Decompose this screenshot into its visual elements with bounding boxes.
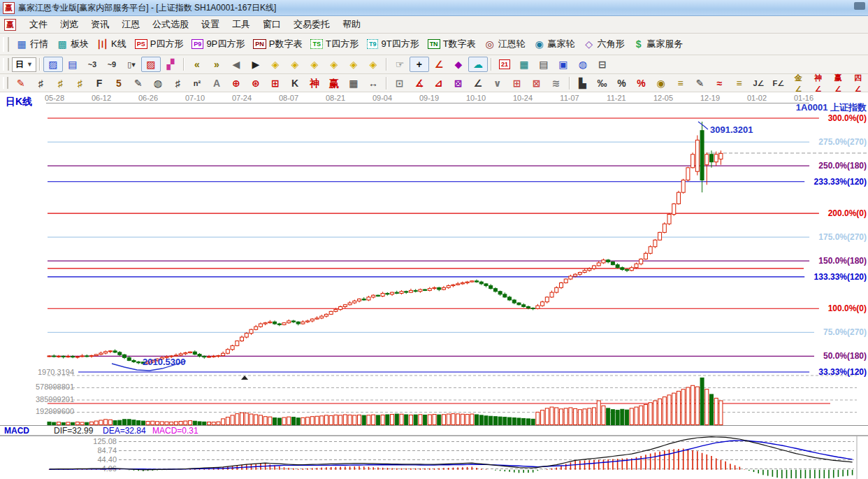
angle-lines-icon: ∠ <box>472 78 484 89</box>
winner-wheel-button[interactable]: ◉赢家轮 <box>530 36 579 52</box>
percent-icon[interactable]: % <box>612 76 632 91</box>
circle-grid-icon[interactable]: ◍ <box>148 76 168 91</box>
menu-浏览[interactable]: 浏览 <box>54 17 85 32</box>
menu-设置[interactable]: 设置 <box>195 17 226 32</box>
gold-circle-icon[interactable]: ◉ <box>651 76 671 91</box>
numbered-grid-icon[interactable]: ▦ <box>344 76 363 91</box>
f-angle-icon[interactable]: F∠ <box>769 76 789 91</box>
k-lines-tool-icon[interactable]: K <box>285 76 305 91</box>
calculator-icon[interactable]: ▦ <box>514 57 534 72</box>
menu-江恩[interactable]: 江恩 <box>115 17 146 32</box>
menu-公式选股[interactable]: 公式选股 <box>146 17 195 32</box>
candle <box>602 260 605 263</box>
wave-levels-icon[interactable]: ≈ <box>710 76 730 91</box>
volume-bar <box>578 410 581 425</box>
toolbar-grip[interactable] <box>3 58 9 71</box>
nav-prev-icon[interactable]: ◀ <box>226 57 246 72</box>
period-dropdown[interactable]: 日▼ <box>12 57 36 72</box>
zigzag-tool-icon[interactable]: ∨ <box>488 76 507 91</box>
percent-red-icon[interactable]: % <box>632 76 651 91</box>
pen-one-icon[interactable]: ✎ <box>690 76 710 91</box>
gold-grid-2-icon[interactable]: ♯ <box>70 76 89 91</box>
j-angle-icon[interactable]: J∠ <box>749 76 769 91</box>
gold-grid-1-icon[interactable]: ♯ <box>50 76 70 91</box>
menu-文件[interactable]: 文件 <box>23 17 54 32</box>
window-controls[interactable] <box>854 2 865 10</box>
box-corner-icon[interactable]: ⊡ <box>390 76 410 91</box>
n2-grid-icon[interactable]: n² <box>187 76 207 91</box>
candle-style-dropdown-icon[interactable]: ▯▾ <box>122 57 141 72</box>
menu-工具[interactable]: 工具 <box>226 17 256 32</box>
parallel-lines-icon[interactable]: ≋ <box>547 76 566 91</box>
a-lines-icon[interactable]: A <box>207 76 226 91</box>
9p-square-button[interactable]: P99P四方形 <box>187 36 249 52</box>
shen-grid-icon[interactable]: 神 <box>305 76 324 91</box>
pen-grid-icon[interactable]: ✎ <box>129 76 148 91</box>
p-square-button[interactable]: PSP四方形 <box>131 36 188 52</box>
red-web-box-icon[interactable]: ⊞ <box>266 76 285 91</box>
t-number-table-button[interactable]: TNT数字表 <box>424 36 480 52</box>
fan-box-icon[interactable]: ⊿ <box>429 76 449 91</box>
pan-right-icon[interactable]: ◈ <box>285 57 305 72</box>
red-web-icon[interactable]: ⊛ <box>246 76 266 91</box>
wave-9-icon[interactable]: ~9 <box>102 57 122 72</box>
pattern-red-icon[interactable]: ▨ <box>141 57 161 72</box>
chart-canvas[interactable]: 日K线1A0001 上证指数05-2806-1206-2607-1007-240… <box>0 92 868 479</box>
zigzag-pattern-icon[interactable]: ▨ <box>43 57 63 72</box>
wave-3-icon[interactable]: ~3 <box>82 57 102 72</box>
five-grid-icon[interactable]: 5 <box>109 76 129 91</box>
red-crosshair-circle-icon[interactable]: ⊕ <box>226 76 246 91</box>
dot-grid-2-icon[interactable]: ⊠ <box>527 76 547 91</box>
notepad-icon[interactable]: ▤ <box>534 57 554 72</box>
save-icon[interactable]: ▣ <box>554 57 573 72</box>
hand-tool-icon[interactable]: ☞ <box>390 57 410 72</box>
gold-lines-icon[interactable]: ≡ <box>671 76 690 91</box>
9t-square-button[interactable]: T99T四方形 <box>363 36 424 52</box>
menu-帮助[interactable]: 帮助 <box>336 17 367 32</box>
menu-窗口[interactable]: 窗口 <box>256 17 287 32</box>
kline-button[interactable]: 〣K线 <box>93 36 131 52</box>
dot-grid-icon[interactable]: ⊞ <box>507 76 527 91</box>
angle-lines-icon[interactable]: ∠ <box>468 76 488 91</box>
sectors-button[interactable]: ▩板块 <box>52 36 93 52</box>
percent-line-icon[interactable]: ‰ <box>593 76 612 91</box>
menu-交易委托[interactable]: 交易委托 <box>287 17 336 32</box>
formula-tool-icon[interactable]: ☁ <box>468 57 488 72</box>
p-number-table-button[interactable]: PNP数字表 <box>249 36 306 52</box>
zoom-h-shrink-icon[interactable]: ◈ <box>324 57 344 72</box>
red-fan-icon[interactable]: ∡ <box>410 76 429 91</box>
hash-grid-icon[interactable]: ♯ <box>168 76 187 91</box>
crosshair-tool-icon[interactable]: + <box>410 57 429 72</box>
menu-资讯[interactable]: 资讯 <box>85 17 115 32</box>
zoom-h-expand-icon[interactable]: ◈ <box>305 57 324 72</box>
gann-shape-tool-icon[interactable]: ◆ <box>449 57 468 72</box>
nav-next-icon[interactable]: ▶ <box>246 57 266 72</box>
winner-service-button[interactable]: $赢家服务 <box>629 36 688 52</box>
zoom-fit-icon[interactable]: ◈ <box>363 57 383 72</box>
bar-stats-icon[interactable]: ▙ <box>573 76 593 91</box>
pan-left-icon[interactable]: ◈ <box>266 57 285 72</box>
nav-last-icon[interactable]: » <box>207 57 226 72</box>
f-grid-icon[interactable]: F <box>89 76 109 91</box>
gold-lines-2-icon[interactable]: ≡ <box>730 76 749 91</box>
calendar-21-icon[interactable]: 21 <box>495 57 514 71</box>
info-list-icon[interactable]: ▤ <box>63 57 82 72</box>
nav-first-icon[interactable]: « <box>187 57 207 72</box>
color-histogram-icon[interactable]: ▞ <box>161 57 180 72</box>
angle-measure-icon[interactable]: ∠ <box>429 57 449 72</box>
quotes-button[interactable]: ▦行情 <box>12 36 52 52</box>
hexagon-button[interactable]: ◇六角形 <box>579 36 629 52</box>
volume-bar <box>207 422 210 425</box>
pen-tool-icon[interactable]: ✎ <box>11 76 31 91</box>
fan-box-2-icon[interactable]: ⊠ <box>449 76 468 91</box>
grid-tool-icon[interactable]: ♯ <box>31 76 50 91</box>
ying-grid-icon[interactable]: 赢 <box>324 76 344 91</box>
gann-wheel-button[interactable]: ◎江恩轮 <box>480 36 530 52</box>
save-web-icon[interactable]: ◍ <box>573 57 593 72</box>
toolbar-grip[interactable] <box>3 37 9 52</box>
t-square-button[interactable]: TST四方形 <box>306 36 362 52</box>
width-measure-icon[interactable]: ↔ <box>363 76 383 91</box>
toolbar-grip[interactable] <box>3 77 8 90</box>
printer-icon[interactable]: ⊟ <box>593 57 612 72</box>
zoom-v-icon[interactable]: ◈ <box>344 57 363 72</box>
